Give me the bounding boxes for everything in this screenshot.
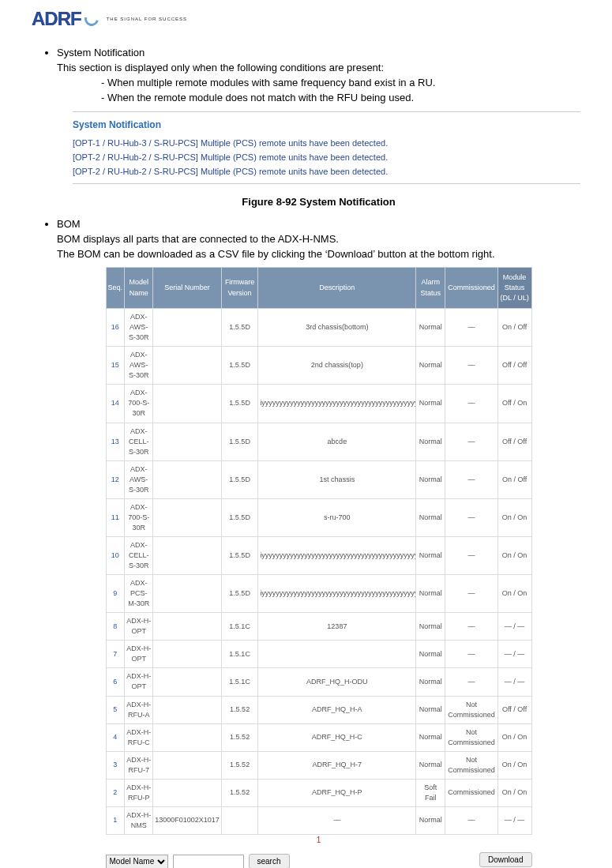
table-cell: On / Off <box>497 460 531 498</box>
table-cell: — <box>445 641 498 668</box>
bom-column-header: Commissioned <box>445 267 498 308</box>
table-cell <box>153 460 222 498</box>
table-cell: — <box>445 423 498 460</box>
table-cell: 1.5.5D <box>221 385 258 423</box>
table-cell: Off / On <box>497 385 531 423</box>
table-cell: ADX-H-RFU-7 <box>125 751 153 779</box>
table-cell: Soft Fail <box>416 779 445 806</box>
table-cell: — <box>445 460 498 498</box>
table-cell: On / On <box>497 575 531 613</box>
table-cell: abcde <box>258 423 416 460</box>
table-cell: ADRF_HQ_H-7 <box>258 751 416 779</box>
table-cell <box>153 668 222 696</box>
table-cell: 8 <box>106 613 125 641</box>
section-bom-line1: BOM displays all parts that are connecte… <box>57 232 580 247</box>
table-cell: 6 <box>106 668 125 696</box>
bom-column-header: Alarm Status <box>416 267 445 308</box>
table-row: 2ADX-H-RFU-P1.5.52ADRF_HQ_H-PSoft FailCo… <box>106 779 531 806</box>
bom-filter-input[interactable] <box>173 855 244 868</box>
table-cell <box>153 641 222 668</box>
section-bom-title: BOM <box>57 218 81 230</box>
bom-pager[interactable]: 1 <box>106 835 532 847</box>
table-cell: 1.5.5D <box>221 575 258 613</box>
table-cell: s-ru-700 <box>258 498 416 536</box>
table-cell: ADX-H-OPT <box>125 613 153 641</box>
table-cell: — <box>445 498 498 536</box>
table-cell: 7 <box>106 641 125 668</box>
table-row: 1ADX-H-NMS13000F01002X1017—Normal—— / — <box>106 806 531 834</box>
table-cell: 11 <box>106 498 125 536</box>
table-cell: 2 <box>106 779 125 806</box>
table-cell: ADX-AWS-S-30R <box>125 309 153 347</box>
table-row: 16ADX-AWS-S-30R1.5.5D3rd chassis(bottom)… <box>106 309 531 347</box>
table-cell: — <box>258 806 416 834</box>
table-cell: On / Off <box>497 309 531 347</box>
table-row: 12ADX-AWS-S-30R1.5.5D1st chassisNormal—O… <box>106 460 531 498</box>
table-cell: Off / Off <box>497 347 531 385</box>
table-cell: ADX-700-S-30R <box>125 385 153 423</box>
table-cell: — <box>445 536 498 574</box>
bom-column-header: Description <box>258 267 416 308</box>
search-button[interactable]: search <box>249 854 290 868</box>
table-cell: ADX-H-OPT <box>125 641 153 668</box>
table-row: 7ADX-H-OPT1.5.1CNormal—— / — <box>106 641 531 668</box>
section-sysnotif-title: System Notification <box>57 47 145 58</box>
table-cell: 3rd chassis(bottom) <box>258 309 416 347</box>
bom-column-header: Firmware Version <box>221 267 258 308</box>
table-row: 4ADX-H-RFU-C1.5.52ADRF_HQ_H-CNormalNot C… <box>106 723 531 751</box>
table-cell: Normal <box>416 806 445 834</box>
table-cell: — <box>445 806 498 834</box>
table-cell: Normal <box>416 723 445 751</box>
table-cell: Normal <box>416 751 445 779</box>
table-cell: 15 <box>106 347 125 385</box>
table-cell: Normal <box>416 575 445 613</box>
table-cell: 12387 <box>258 613 416 641</box>
table-cell: ADX-AWS-S-30R <box>125 347 153 385</box>
table-cell: ADRF_HQ_H-A <box>258 696 416 723</box>
table-cell: 10 <box>106 536 125 574</box>
bom-table: Seq.Model NameSerial NumberFirmware Vers… <box>106 267 532 835</box>
brand-arc-icon <box>81 9 101 29</box>
table-row: 10ADX-CELL-S-30R1.5.5Diyyyyyyyyyyyyyyyyy… <box>106 536 531 574</box>
bom-column-header: Seq. <box>106 267 125 308</box>
table-cell: 1 <box>106 806 125 834</box>
sysnotif-condition: When multiple remote modules with same f… <box>112 76 580 91</box>
table-cell <box>153 309 222 347</box>
download-button[interactable]: Download <box>479 852 531 867</box>
table-cell: 1.5.1C <box>221 613 258 641</box>
table-cell: — <box>445 668 498 696</box>
table-cell <box>258 641 416 668</box>
table-cell <box>153 613 222 641</box>
table-cell <box>153 751 222 779</box>
table-cell: 1st chassis <box>258 460 416 498</box>
table-cell: Normal <box>416 423 445 460</box>
table-row: 9ADX-PCS-M-30R1.5.5Diyyyyyyyyyyyyyyyyyyy… <box>106 575 531 613</box>
brand-name: ADRF <box>32 8 81 30</box>
table-cell: Normal <box>416 613 445 641</box>
table-cell: 16 <box>106 309 125 347</box>
table-cell <box>153 498 222 536</box>
table-cell: iyyyyyyyyyyyyyyyyyyyyyyyyyyyyyyyyyyyyyyy… <box>258 575 416 613</box>
table-row: 5ADX-H-RFU-A1.5.52ADRF_HQ_H-ANormalNot C… <box>106 696 531 723</box>
section-bom-line2: The BOM can be downloaded as a CSV file … <box>57 247 580 262</box>
table-cell: 2nd chassis(top) <box>258 347 416 385</box>
table-row: 13ADX-CELL-S-30R1.5.5DabcdeNormal—Off / … <box>106 423 531 460</box>
table-cell: — / — <box>497 806 531 834</box>
table-row: 6ADX-H-OPT1.5.1CADRF_HQ_H-ODUNormal—— / … <box>106 668 531 696</box>
bom-panel: Seq.Model NameSerial NumberFirmware Vers… <box>106 267 532 868</box>
table-cell: Normal <box>416 385 445 423</box>
table-cell: Not Commissioned <box>445 696 498 723</box>
bom-column-header: Model Name <box>125 267 153 308</box>
table-cell <box>153 779 222 806</box>
table-cell: — <box>445 309 498 347</box>
table-cell: iyyyyyyyyyyyyyyyyyyyyyyyyyyyyyyyyyyyyyyy… <box>258 385 416 423</box>
table-cell: 1.5.52 <box>221 779 258 806</box>
table-cell: 1.5.52 <box>221 696 258 723</box>
table-cell: ADX-H-RFU-P <box>125 779 153 806</box>
sysnotif-conditions-list: When multiple remote modules with same f… <box>57 76 580 106</box>
table-cell: ADX-AWS-S-30R <box>125 460 153 498</box>
table-cell: ADX-H-OPT <box>125 668 153 696</box>
bom-filter-select[interactable]: Model Name <box>106 855 168 868</box>
figure-caption-92: Figure 8-92 System Notification <box>57 195 580 210</box>
table-cell: 14 <box>106 385 125 423</box>
